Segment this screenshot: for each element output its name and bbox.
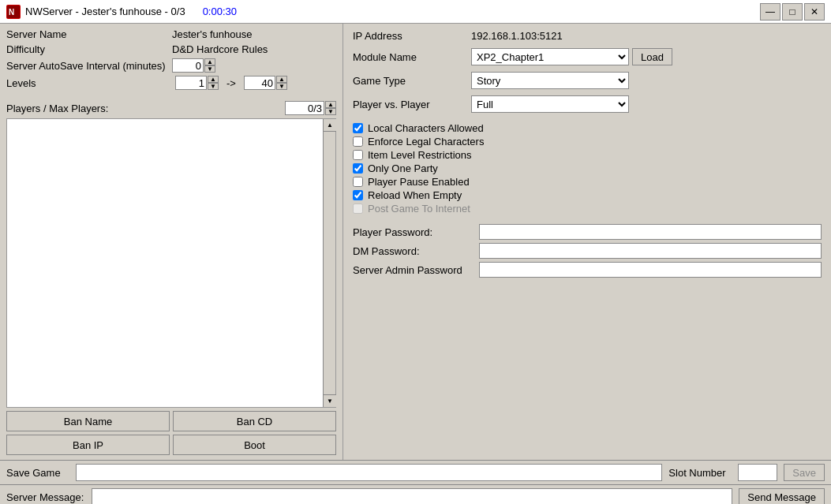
- module-name-select[interactable]: XP2_Chapter1: [471, 48, 629, 65]
- reload-empty-checkbox[interactable]: [353, 190, 363, 200]
- svg-text:N: N: [9, 8, 14, 17]
- autosave-up[interactable]: ▲: [204, 58, 215, 65]
- module-name-label: Module Name: [353, 51, 471, 63]
- one-party-label: Only One Party: [368, 162, 438, 174]
- one-party-checkbox[interactable]: [353, 163, 363, 174]
- player-password-input[interactable]: [479, 224, 822, 240]
- checkbox-row-1: Local Characters Allowed: [353, 122, 822, 134]
- server-name-row: Server Name Jester's funhouse: [6, 28, 336, 40]
- players-header-row: Players / Max Players: ▲ ▼: [6, 101, 336, 115]
- difficulty-label: Difficulty: [6, 43, 172, 55]
- admin-password-input[interactable]: [479, 262, 822, 278]
- player-pause-checkbox[interactable]: [353, 177, 363, 187]
- game-type-select[interactable]: Story Action Roleplay Team Melee CTF: [471, 72, 629, 89]
- scrollbar-up-button[interactable]: ▲: [324, 119, 336, 132]
- player-pause-label: Player Pause Enabled: [368, 176, 470, 188]
- title-bar-left: N NWServer - Jester's funhouse - 0/3 0:0…: [6, 5, 237, 19]
- levels-min-spinbox: ▲ ▼: [175, 76, 219, 90]
- player-password-label: Player Password:: [353, 226, 479, 238]
- dm-password-input[interactable]: [479, 243, 822, 259]
- close-button[interactable]: ✕: [804, 3, 825, 21]
- players-arrows: ▲ ▼: [325, 101, 336, 115]
- pvp-row: Player vs. Player Full None Party Server…: [353, 95, 822, 113]
- levels-row: Levels ▲ ▼ -> ▲ ▼: [6, 76, 336, 90]
- autosave-input[interactable]: [172, 58, 204, 73]
- autosave-arrows: ▲ ▼: [204, 58, 215, 73]
- item-level-label: Item Level Restrictions: [368, 149, 472, 161]
- server-name-label: Server Name: [6, 28, 172, 40]
- main-area: Server Name Jester's funhouse Difficulty…: [0, 24, 831, 460]
- right-panel: IP Address 192.168.1.103:5121 Module Nam…: [343, 24, 831, 460]
- server-message-label: Server Message:: [6, 491, 85, 503]
- scrollbar: ▲ ▼: [323, 119, 335, 407]
- pvp-select[interactable]: Full None Party Server Default: [471, 95, 629, 113]
- title-controls: — □ ✕: [760, 3, 825, 21]
- boot-button[interactable]: Boot: [173, 435, 336, 455]
- levels-max-up[interactable]: ▲: [276, 76, 287, 83]
- players-up[interactable]: ▲: [325, 101, 336, 108]
- ban-cd-button[interactable]: Ban CD: [173, 411, 336, 431]
- module-dropdown-container: XP2_Chapter1 Load: [471, 48, 672, 65]
- checkbox-row-5: Player Pause Enabled: [353, 176, 822, 188]
- dm-password-label: DM Password:: [353, 245, 479, 257]
- scrollbar-down-button[interactable]: ▼: [324, 394, 336, 407]
- levels-max-down[interactable]: ▼: [276, 83, 287, 90]
- levels-max-arrows: ▲ ▼: [276, 76, 287, 90]
- player-password-row: Player Password:: [353, 224, 822, 240]
- enforce-legal-label: Enforce Legal Characters: [368, 136, 484, 147]
- difficulty-row: Difficulty D&D Hardcore Rules: [6, 43, 336, 55]
- ban-name-button[interactable]: Ban Name: [6, 411, 170, 431]
- message-bar: Server Message: Send Message: [0, 484, 831, 504]
- ban-buttons-row1: Ban Name Ban CD: [6, 411, 336, 431]
- slot-number-input[interactable]: [738, 464, 777, 481]
- game-type-label: Game Type: [353, 75, 471, 87]
- local-characters-checkbox[interactable]: [353, 123, 363, 133]
- players-list: ▲ ▼: [6, 118, 336, 408]
- autosave-row: Server AutoSave Interval (minutes) ▲ ▼: [6, 58, 336, 73]
- players-down[interactable]: ▼: [325, 108, 336, 115]
- slot-number-label: Slot Number: [668, 467, 732, 479]
- levels-max-spinbox: ▲ ▼: [244, 76, 287, 90]
- save-game-input[interactable]: [76, 464, 662, 481]
- title-bar: N NWServer - Jester's funhouse - 0/3 0:0…: [0, 0, 831, 24]
- players-input[interactable]: [285, 101, 324, 115]
- difficulty-value: D&D Hardcore Rules: [172, 43, 268, 55]
- item-level-checkbox[interactable]: [353, 150, 363, 160]
- levels-min-up[interactable]: ▲: [208, 76, 219, 83]
- save-game-bar: Save Game Slot Number Save: [0, 460, 831, 484]
- levels-min-down[interactable]: ▼: [208, 83, 219, 90]
- send-message-button[interactable]: Send Message: [739, 488, 825, 504]
- save-game-label: Save Game: [6, 467, 69, 479]
- autosave-down[interactable]: ▼: [204, 65, 215, 73]
- autosave-spinbox: ▲ ▼: [172, 58, 215, 73]
- password-section: Player Password: DM Password: Server Adm…: [353, 224, 822, 281]
- ban-ip-button[interactable]: Ban IP: [6, 435, 170, 455]
- app-icon: N: [6, 5, 21, 19]
- reload-empty-label: Reload When Empty: [368, 189, 462, 201]
- minimize-button[interactable]: —: [760, 3, 780, 21]
- post-game-label: Post Game To Internet: [368, 203, 470, 215]
- checkboxes-section: Local Characters Allowed Enforce Legal C…: [353, 122, 822, 216]
- post-game-checkbox[interactable]: [353, 203, 363, 214]
- checkbox-row-6: Reload When Empty: [353, 189, 822, 201]
- checkbox-row-3: Item Level Restrictions: [353, 149, 822, 161]
- game-type-row: Game Type Story Action Roleplay Team Mel…: [353, 72, 822, 89]
- module-name-row: Module Name XP2_Chapter1 Load: [353, 48, 822, 65]
- checkbox-row-2: Enforce Legal Characters: [353, 136, 822, 147]
- save-button[interactable]: Save: [784, 464, 825, 481]
- autosave-label: Server AutoSave Interval (minutes): [6, 60, 172, 72]
- admin-password-row: Server Admin Password: [353, 262, 822, 278]
- ip-address-row: IP Address 192.168.1.103:5121: [353, 30, 822, 42]
- local-characters-label: Local Characters Allowed: [368, 122, 484, 134]
- load-button[interactable]: Load: [632, 48, 672, 65]
- enforce-legal-checkbox[interactable]: [353, 136, 363, 147]
- levels-max-input[interactable]: [244, 76, 275, 90]
- title-timer: 0:00:30: [203, 6, 237, 17]
- checkbox-row-4: Only One Party: [353, 162, 822, 174]
- ban-buttons-row2: Ban IP Boot: [6, 435, 336, 455]
- levels-min-input[interactable]: [175, 76, 207, 90]
- checkbox-row-7: Post Game To Internet: [353, 203, 822, 215]
- maximize-button[interactable]: □: [782, 3, 803, 21]
- server-message-input[interactable]: [92, 488, 732, 504]
- levels-arrow: ->: [226, 77, 236, 89]
